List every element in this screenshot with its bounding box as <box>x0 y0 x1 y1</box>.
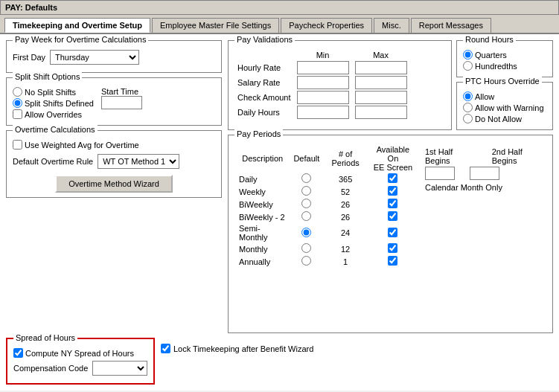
lock-timekeeping-row: Lock Timekeeping after Benefit Wizard <box>161 338 313 353</box>
salary-max-input[interactable]: $20,000.00 <box>355 76 407 89</box>
period-count: 24 <box>322 223 368 242</box>
pay-validations-group: Pay Validations Min Max <box>228 40 452 130</box>
desc-col-header: Description <box>234 144 290 173</box>
ptc-hours-group: PTC Hours Override Allow Allow with Warn… <box>456 82 553 130</box>
period-desc: Monthly <box>234 242 290 255</box>
right-panel: Pay Validations Min Max <box>228 40 553 333</box>
period-desc: Daily <box>234 173 290 185</box>
period-available-monthly[interactable] <box>388 243 397 253</box>
no-split-radio[interactable] <box>13 87 22 97</box>
tab-misc[interactable]: Misc. <box>374 18 409 33</box>
tab-timekeeping[interactable]: Timekeeping and Overtime Setup <box>4 18 150 33</box>
round-hours-title: Round Hours <box>463 35 516 44</box>
num-periods-col-header: # of Periods <box>322 144 368 173</box>
period-default-radio-biweekly2[interactable] <box>301 211 311 221</box>
pay-periods-group: Pay Periods Description Default # of Per… <box>228 135 553 333</box>
allow-overrides-check-label[interactable]: Allow Overrides <box>13 109 94 119</box>
period-default-radio-daily[interactable] <box>301 173 311 183</box>
quarters-label: Quarters <box>475 51 507 60</box>
overtime-wizard-button[interactable]: Overtime Method Wizard <box>55 175 173 193</box>
first-day-label: First Day <box>13 53 45 62</box>
ptc-allow-radio[interactable] <box>463 91 473 101</box>
period-desc: Semi-Monthly <box>234 223 290 242</box>
table-row: Annually 1 <box>234 255 418 268</box>
check-min-input <box>297 91 349 104</box>
daily-min-input <box>297 106 349 119</box>
bottom-row: Spread of Hours Compute NY Spread of Hou… <box>6 338 553 385</box>
spread-of-hours-group: Spread of Hours Compute NY Spread of Hou… <box>6 338 155 385</box>
tab-paycheck-properties[interactable]: Paycheck Properties <box>281 18 372 33</box>
period-desc: Weekly <box>234 185 290 198</box>
period-available-weekly[interactable] <box>388 186 397 196</box>
period-default-radio-semimonthly[interactable] <box>301 228 311 237</box>
half-begins: 1st Half Begins 2nd Half Begins 1 16 Cal… <box>425 147 546 268</box>
compute-label: Compute NY Spread of Hours <box>25 349 134 358</box>
period-default-radio-weekly[interactable] <box>301 186 311 196</box>
hourly-rate-label: Hourly Rate <box>234 60 294 75</box>
salary-min-input[interactable]: $500.00 <box>297 76 349 89</box>
table-row: Monthly 12 <box>234 242 418 255</box>
quarters-radio-label[interactable]: Quarters <box>463 50 546 60</box>
period-count: 365 <box>322 173 368 185</box>
period-desc: BiWeekly <box>234 198 290 211</box>
comp-code-select[interactable] <box>92 361 147 376</box>
pay-periods-title: Pay Periods <box>234 129 283 138</box>
period-desc: Annually <box>234 255 290 268</box>
split-defined-label: Split Shifts Defined <box>25 99 94 108</box>
period-default-radio-annually[interactable] <box>301 256 311 266</box>
weighted-avg-label[interactable]: Use Weighted Avg for Overtime <box>13 140 215 150</box>
daily-hours-label: Daily Hours <box>234 105 294 120</box>
compute-spread-label[interactable]: Compute NY Spread of Hours <box>13 348 147 358</box>
split-defined-radio-label[interactable]: Split Shifts Defined <box>13 98 94 108</box>
tab-employee-master[interactable]: Employee Master File Settings <box>152 18 279 33</box>
start-time-input[interactable]: 00:00 <box>101 96 142 109</box>
ptc-do-not-allow-radio[interactable] <box>463 114 473 123</box>
table-row: Daily 365 <box>234 173 418 185</box>
pay-week-title: Pay Week for Overtime Calculations <box>13 35 148 44</box>
pay-periods-table: Description Default # of Periods Availab… <box>234 144 418 268</box>
pay-week-group: Pay Week for Overtime Calculations First… <box>6 40 222 73</box>
ptc-allow-warning-radio[interactable] <box>463 103 473 112</box>
first-day-select[interactable]: Thursday Sunday Monday Tuesday Wednesday… <box>50 50 139 65</box>
period-default-radio-biweekly[interactable] <box>301 199 311 208</box>
compute-spread-checkbox[interactable] <box>13 348 23 358</box>
ptc-allow-radio-label[interactable]: Allow <box>463 91 546 101</box>
period-available-biweekly2[interactable] <box>388 211 397 221</box>
first-half-label: 1st Half Begins <box>425 147 477 165</box>
period-available-daily[interactable] <box>388 173 397 183</box>
hourly-max-input[interactable]: $80.00 <box>355 61 407 74</box>
hundredths-radio[interactable] <box>463 61 473 71</box>
weighted-avg-checkbox[interactable] <box>13 140 22 150</box>
lock-timekeeping-checkbox[interactable] <box>161 344 170 353</box>
allow-overrides-checkbox[interactable] <box>13 109 22 119</box>
period-desc: BiWeekly - 2 <box>234 211 290 223</box>
quarters-radio[interactable] <box>463 50 473 60</box>
period-available-annually[interactable] <box>388 256 397 266</box>
no-split-radio-label[interactable]: No Split Shifts <box>13 87 94 97</box>
tab-report-messages[interactable]: Report Messages <box>411 18 491 33</box>
first-half-input[interactable]: 1 <box>425 167 455 180</box>
ptc-do-not-allow-radio-label[interactable]: Do Not Allow <box>463 114 546 123</box>
hundredths-radio-label[interactable]: Hundredths <box>463 61 546 71</box>
period-available-biweekly[interactable] <box>388 199 397 208</box>
hourly-min-input[interactable]: $8.00 <box>297 61 349 74</box>
round-hours-group: Round Hours Quarters Hundredths <box>456 40 553 77</box>
period-available-semimonthly[interactable] <box>388 228 397 237</box>
period-count: 26 <box>322 211 368 223</box>
ptc-allow-warning-label: Allow with Warning <box>475 103 544 112</box>
title-bar: PAY: Defaults <box>0 0 559 15</box>
default-rule-select[interactable]: WT OT Method 1 WT OT Method 2 <box>98 154 179 169</box>
period-default-radio-monthly[interactable] <box>301 243 311 253</box>
start-time-label: Start Time <box>101 87 138 96</box>
lock-timekeeping-label: Lock Timekeeping after Benefit Wizard <box>173 344 313 353</box>
second-half-input[interactable]: 16 <box>470 167 499 180</box>
table-row: Semi-Monthly 24 <box>234 223 418 242</box>
period-count: 52 <box>322 185 368 198</box>
check-max-input[interactable]: $3,000.00 <box>355 91 407 104</box>
ptc-allow-warning-radio-label[interactable]: Allow with Warning <box>463 103 546 112</box>
ptc-allow-label: Allow <box>475 92 494 101</box>
check-amount-label: Check Amount <box>234 90 294 105</box>
table-row: BiWeekly - 2 26 <box>234 211 418 223</box>
split-defined-radio[interactable] <box>13 98 22 108</box>
available-col-header: Available OnEE Screen <box>368 144 418 173</box>
